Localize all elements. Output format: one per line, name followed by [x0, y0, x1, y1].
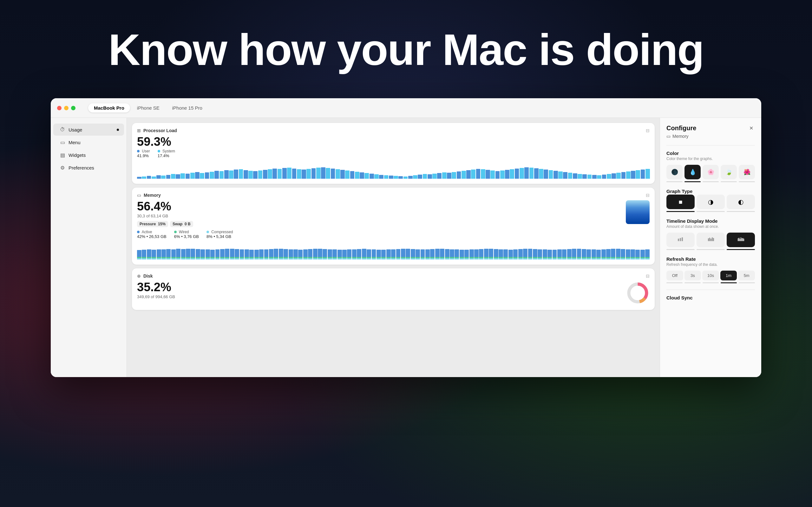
title-bar: MacBook Pro iPhone SE iPhone 15 Pro: [51, 98, 761, 118]
processor-configure-icon[interactable]: ⊟: [646, 128, 650, 133]
svg-rect-14: [741, 237, 741, 241]
processor-top-row: 59.3% User 41.9%: [137, 135, 650, 161]
refresh-ind-2: [703, 282, 719, 283]
timeline-title: Timeline Display Mode: [666, 218, 755, 224]
disk-donut-svg: [626, 281, 650, 305]
sidebar-label-menu: Menu: [68, 140, 81, 145]
timeline-section: Timeline Display Mode Amount of data sho…: [666, 218, 755, 250]
configure-title: Configure: [666, 124, 696, 132]
memory-active-stat: Active 42% • 26,53 GB: [137, 230, 166, 239]
disk-value: 35.2%: [137, 281, 626, 293]
graph-ind-0: [666, 211, 695, 212]
timeline-ind-1: [697, 249, 725, 250]
refresh-ind-3: [721, 282, 737, 283]
refresh-ind-0: [666, 282, 682, 283]
color-option-4[interactable]: 🌺: [739, 165, 755, 179]
content-area: ⏱ Usage ▭ Menu ▤ Widgets ⚙ Preferences: [51, 118, 761, 377]
svg-rect-7: [709, 238, 710, 241]
close-traffic-light[interactable]: [57, 106, 61, 110]
active-value: 42% • 26,53 GB: [137, 234, 166, 239]
disk-title-row: ⊕ Disk: [137, 274, 153, 279]
svg-rect-12: [739, 238, 740, 241]
color-ind-4: [739, 181, 755, 182]
disk-top-row: 35.2% 349,69 of 994,66 GB: [137, 281, 650, 305]
configure-close-button[interactable]: ✕: [747, 124, 755, 132]
sidebar-item-widgets[interactable]: ▤ Widgets: [53, 149, 124, 161]
color-ind-3: [721, 181, 737, 182]
graph-type-donut[interactable]: ◑: [697, 194, 725, 209]
sidebar-label-widgets: Widgets: [68, 153, 86, 158]
hero-title: Know how your Mac is doing: [0, 25, 812, 74]
memory-compressed-stat: Compressed 8% • 5,34 GB: [206, 230, 233, 239]
timeline-btn-1[interactable]: [697, 233, 725, 247]
refresh-ind-1: [684, 282, 701, 283]
processor-top-left: 59.3% User 41.9%: [137, 135, 608, 161]
color-ind-1: [684, 181, 701, 182]
tab-macbook-pro[interactable]: MacBook Pro: [88, 103, 130, 112]
refresh-off[interactable]: Off: [666, 271, 683, 280]
graph-ind-1: [697, 211, 725, 212]
divider-2: [666, 290, 755, 290]
preferences-icon: ⚙: [60, 165, 65, 170]
pressure-badge: Pressure 15%: [137, 221, 168, 227]
sidebar-label-preferences: Preferences: [68, 165, 94, 170]
refresh-5m[interactable]: 5m: [738, 271, 755, 280]
color-section-desc: Color theme for the graphs.: [666, 157, 755, 161]
processor-system-stat: System 17.4%: [158, 149, 175, 158]
memory-value: 56.4%: [137, 200, 626, 212]
sidebar-item-usage[interactable]: ⏱ Usage: [53, 124, 124, 135]
memory-wired-stat: Wired 6% • 3,76 GB: [174, 230, 199, 239]
color-option-2[interactable]: 🌸: [703, 165, 719, 179]
minimize-traffic-light[interactable]: [64, 106, 68, 110]
graph-type-buttons: ■ ◑ ◐: [666, 194, 755, 209]
active-label: Active: [137, 230, 166, 234]
timeline-btn-2[interactable]: [727, 233, 755, 247]
timeline-indicators: [666, 249, 755, 250]
svg-rect-5: [681, 237, 683, 241]
timeline-icon-1: [708, 237, 714, 243]
processor-icon: ⊞: [137, 128, 141, 133]
cloud-sync-section: Cloud Sync: [666, 295, 755, 300]
refresh-10s[interactable]: 10s: [702, 271, 719, 280]
user-dot: [137, 150, 140, 153]
graph-type-bar[interactable]: ■: [666, 194, 695, 209]
graph-type-title: Graph Type: [666, 188, 755, 194]
memory-badges: Pressure 15% Swap 0 B: [137, 221, 626, 227]
disk-top-left: 35.2% 349,69 of 994,66 GB: [137, 281, 626, 302]
color-option-0[interactable]: 🌑: [666, 165, 682, 179]
processor-stats: User 41.9% System 17.4%: [137, 149, 608, 158]
memory-configure-icon[interactable]: ⊟: [646, 193, 650, 198]
refresh-3s[interactable]: 3s: [684, 271, 701, 280]
color-option-3[interactable]: 🍃: [721, 165, 737, 179]
color-ind-0: [666, 181, 682, 182]
svg-rect-13: [740, 239, 740, 241]
disk-header: ⊕ Disk ⊟: [137, 274, 650, 279]
widgets-icon: ▤: [60, 152, 65, 158]
system-dot: [158, 150, 160, 153]
processor-chart: [137, 161, 650, 179]
timeline-buttons: [666, 233, 755, 247]
graph-ind-2: [727, 211, 755, 212]
configure-subtitle-text: Memory: [672, 134, 689, 139]
refresh-title: Refresh Rate: [666, 257, 755, 262]
divider-1: [666, 145, 755, 146]
svg-rect-6: [708, 238, 709, 241]
active-dot: [137, 231, 140, 233]
disk-sub: 349,69 of 994,66 GB: [137, 294, 626, 299]
fullscreen-traffic-light[interactable]: [71, 106, 75, 110]
disk-configure-icon[interactable]: ⊟: [646, 274, 650, 279]
tab-iphone-se[interactable]: iPhone SE: [131, 103, 165, 112]
tab-iphone15-pro[interactable]: iPhone 15 Pro: [166, 103, 208, 112]
sidebar-item-menu[interactable]: ▭ Menu: [53, 136, 124, 148]
refresh-options-row: Off 3s 10s 1m 5m: [666, 271, 755, 280]
color-option-1[interactable]: 💧: [684, 165, 701, 179]
memory-preview: [626, 200, 650, 224]
processor-value: 59.3%: [137, 135, 608, 148]
timeline-ind-2: [727, 249, 755, 250]
graph-type-ring[interactable]: ◐: [727, 194, 755, 209]
timeline-btn-0[interactable]: [666, 233, 695, 247]
sidebar-item-preferences[interactable]: ⚙ Preferences: [53, 162, 124, 174]
refresh-1m[interactable]: 1m: [720, 271, 737, 280]
swap-badge: Swap 0 B: [170, 221, 193, 227]
sidebar: ⏱ Usage ▭ Menu ▤ Widgets ⚙ Preferences: [51, 118, 127, 377]
